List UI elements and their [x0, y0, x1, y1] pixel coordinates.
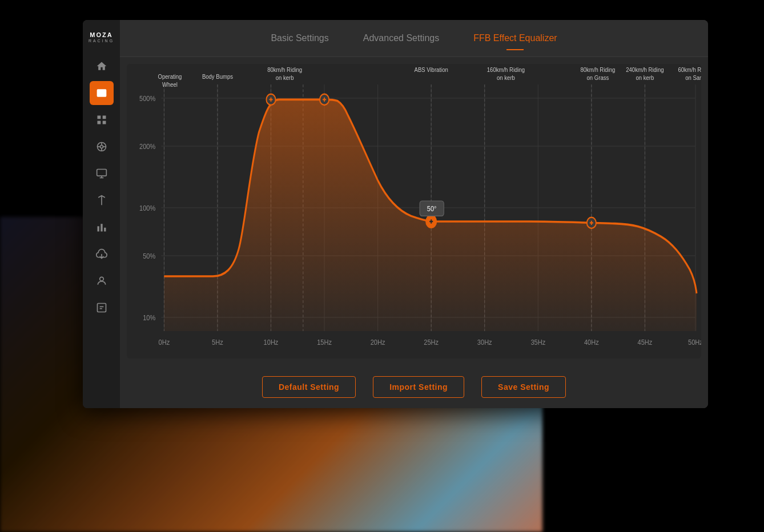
nav-analytics[interactable] — [90, 215, 114, 239]
equalizer-container: 500% 200% 100% 50% 10% 0 — [127, 64, 701, 358]
eq-svg: 500% 200% 100% 50% 10% 0 — [127, 64, 701, 358]
nav-wheel[interactable] — [90, 81, 114, 105]
svg-text:50°: 50° — [427, 204, 437, 213]
eq-wrapper: 500% 200% 100% 50% 10% 0 — [127, 64, 701, 358]
save-setting-button[interactable]: Save Setting — [481, 376, 566, 398]
svg-text:160km/h Riding: 160km/h Riding — [487, 66, 525, 74]
svg-text:10Hz: 10Hz — [264, 338, 279, 346]
svg-text:15Hz: 15Hz — [317, 338, 332, 346]
svg-text:ABS Vibration: ABS Vibration — [415, 66, 448, 74]
svg-text:on kerb: on kerb — [636, 74, 654, 81]
tab-bar: Basic Settings Advanced Settings FFB Eff… — [120, 20, 708, 57]
logo-sub: RACING — [89, 39, 114, 43]
main-content: Basic Settings Advanced Settings FFB Eff… — [120, 20, 708, 408]
svg-text:40Hz: 40Hz — [584, 338, 599, 346]
svg-text:500%: 500% — [139, 94, 155, 103]
import-setting-button[interactable]: Import Setting — [373, 376, 464, 398]
logo-main: MOZA — [90, 31, 112, 39]
svg-text:35Hz: 35Hz — [530, 338, 545, 346]
svg-text:20Hz: 20Hz — [371, 338, 385, 346]
svg-text:0Hz: 0Hz — [159, 338, 170, 346]
svg-rect-17 — [100, 224, 102, 231]
svg-text:25Hz: 25Hz — [424, 338, 439, 346]
svg-text:Operating: Operating — [158, 73, 182, 80]
svg-text:60km/h Riding: 60km/h Riding — [678, 66, 701, 74]
app-container: Basic Settings Advanced Settings FFB Eff… — [83, 20, 708, 408]
bottom-bar: Default Setting Import Setting Save Sett… — [120, 365, 708, 408]
nav-home[interactable] — [90, 54, 114, 78]
svg-rect-16 — [97, 227, 99, 232]
svg-text:5Hz: 5Hz — [212, 338, 223, 346]
svg-rect-21 — [97, 304, 106, 312]
nav-items — [83, 51, 120, 323]
svg-text:on Grass: on Grass — [587, 74, 609, 81]
svg-point-7 — [100, 146, 103, 148]
svg-point-1 — [100, 92, 103, 95]
svg-rect-12 — [96, 170, 106, 176]
svg-text:on kerb: on kerb — [497, 74, 515, 81]
svg-text:50%: 50% — [143, 252, 155, 260]
nav-cloud[interactable] — [90, 242, 114, 266]
svg-rect-4 — [97, 121, 100, 124]
nav-profile[interactable] — [90, 269, 114, 293]
svg-rect-3 — [102, 116, 106, 119]
tab-basic[interactable]: Basic Settings — [271, 29, 328, 48]
tab-advanced[interactable]: Advanced Settings — [363, 29, 439, 48]
nav-shifter[interactable] — [90, 188, 114, 212]
svg-text:on Sand: on Sand — [685, 74, 701, 81]
svg-text:80km/h Riding: 80km/h Riding — [267, 66, 302, 74]
svg-text:240km/h Riding: 240km/h Riding — [626, 66, 664, 74]
svg-rect-2 — [97, 116, 100, 119]
tab-ffb[interactable]: FFB Effect Equalizer — [473, 29, 557, 48]
svg-text:10%: 10% — [143, 313, 155, 322]
svg-text:Wheel: Wheel — [162, 80, 178, 88]
svg-text:80km/h Riding: 80km/h Riding — [580, 66, 615, 74]
logo-area: MOZA RACING — [83, 26, 120, 51]
default-setting-button[interactable]: Default Setting — [262, 376, 356, 398]
sidebar: MOZA RACING — [83, 20, 120, 408]
svg-text:200%: 200% — [139, 142, 155, 151]
svg-text:50Hz: 50Hz — [688, 338, 701, 346]
svg-rect-5 — [102, 121, 106, 124]
nav-help[interactable] — [90, 296, 114, 320]
svg-point-20 — [99, 277, 103, 281]
svg-text:Body Bumps: Body Bumps — [202, 73, 233, 80]
nav-display[interactable] — [90, 162, 114, 186]
svg-text:45Hz: 45Hz — [638, 338, 653, 346]
svg-text:30Hz: 30Hz — [477, 338, 492, 346]
svg-rect-18 — [104, 228, 106, 232]
nav-pedals[interactable] — [90, 108, 114, 132]
nav-steering[interactable] — [90, 135, 114, 159]
svg-text:on kerb: on kerb — [276, 74, 294, 81]
svg-text:100%: 100% — [139, 204, 155, 212]
